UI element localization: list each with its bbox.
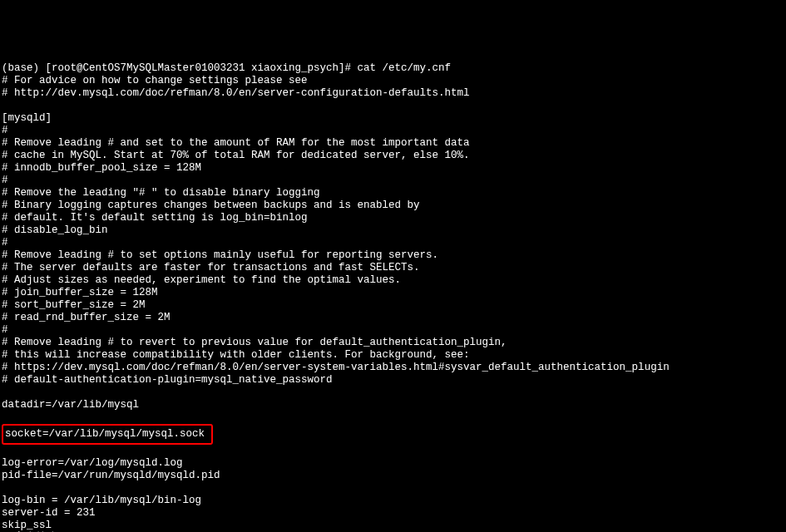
terminal-line: # [2, 237, 784, 249]
terminal-line: # https://dev.mysql.com/doc/refman/8.0/e… [2, 362, 784, 374]
terminal-line: # Remove the leading "# " to disable bin… [2, 187, 784, 200]
terminal-line [2, 100, 784, 112]
config-lines-before: (base) [root@CentOS7MySQLMaster01003231 … [2, 62, 784, 411]
highlighted-line-box: socket=/var/lib/mysql/mysql.sock [2, 424, 213, 445]
terminal-line: # innodb_buffer_pool_size = 128M [2, 162, 784, 175]
terminal-line: # join_buffer_size = 128M [2, 287, 784, 299]
terminal-line: # Adjust sizes as needed, experiment to … [2, 274, 784, 287]
terminal-line: # Binary logging captures changes betwee… [2, 200, 784, 212]
terminal-line [2, 387, 784, 399]
terminal-line: # disable_log_bin [2, 224, 784, 237]
terminal-line: log-error=/var/log/mysqld.log [2, 457, 784, 470]
terminal-line: # default-authentication-plugin=mysql_na… [2, 374, 784, 387]
highlighted-socket-line: socket=/var/lib/mysql/mysql.sock [5, 428, 205, 440]
terminal-line: # read_rnd_buffer_size = 2M [2, 312, 784, 324]
terminal-line: # [2, 125, 784, 137]
terminal-line: server-id = 231 [2, 507, 784, 520]
terminal-output[interactable]: (base) [root@CentOS7MySQLMaster01003231 … [0, 50, 786, 532]
terminal-line: # [2, 175, 784, 187]
terminal-line: pid-file=/var/run/mysqld/mysqld.pid [2, 470, 784, 482]
terminal-line: # sort_buffer_size = 2M [2, 299, 784, 312]
terminal-line: # For advice on how to change settings p… [2, 75, 784, 87]
terminal-line: datadir=/var/lib/mysql [2, 399, 784, 411]
terminal-line: (base) [root@CentOS7MySQLMaster01003231 … [2, 62, 784, 75]
terminal-line: # Remove leading # to revert to previous… [2, 337, 784, 349]
terminal-line: # cache in MySQL. Start at 70% of total … [2, 150, 784, 162]
terminal-line: # Remove leading # and set to the amount… [2, 137, 784, 150]
terminal-line: # this will increase compatibility with … [2, 349, 784, 362]
terminal-line [2, 445, 784, 457]
terminal-line: log-bin = /var/lib/mysql/bin-log [2, 495, 784, 507]
config-lines-after: log-error=/var/log/mysqld.logpid-file=/v… [2, 445, 784, 532]
terminal-line: # [2, 324, 784, 337]
terminal-line [2, 482, 784, 495]
terminal-line: # http://dev.mysql.com/doc/refman/8.0/en… [2, 87, 784, 100]
terminal-line: # The server defaults are faster for tra… [2, 262, 784, 274]
terminal-line: # Remove leading # to set options mainly… [2, 249, 784, 262]
terminal-line: [mysqld] [2, 112, 784, 125]
terminal-line: # default. It's default setting is log_b… [2, 212, 784, 224]
terminal-line: skip_ssl [2, 520, 784, 532]
